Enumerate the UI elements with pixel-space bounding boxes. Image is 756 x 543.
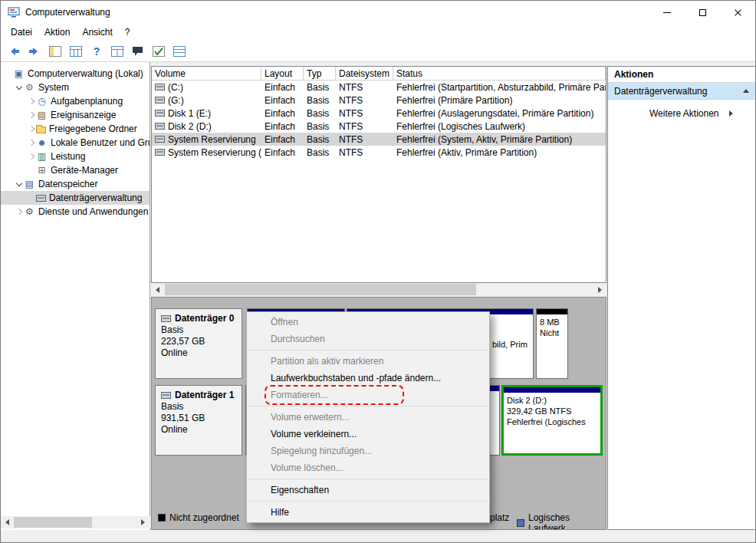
menu-ansicht[interactable]: Ansicht: [76, 25, 118, 40]
list-icon: [70, 46, 82, 57]
column-header-volume[interactable]: Volume: [152, 67, 261, 80]
cell-layout: Einfach: [261, 95, 304, 106]
chevron-down-icon[interactable]: [15, 83, 24, 92]
maximize-button[interactable]: [685, 1, 720, 24]
chevron-right-icon[interactable]: [27, 152, 36, 161]
comment-button[interactable]: [128, 42, 148, 61]
disk1-label-box[interactable]: Datenträger 1 Basis 931,51 GB Online: [155, 385, 242, 456]
legend-swatch-black: [158, 514, 166, 522]
cell-typ: Basis: [304, 121, 336, 132]
minimize-icon: [663, 12, 671, 13]
clock-icon: [36, 96, 48, 107]
scroll-left-arrow[interactable]: [1, 516, 14, 528]
tree-item-computerverwaltung[interactable]: Computerverwaltung (Lokal): [1, 67, 150, 81]
table-row-system-reservierung[interactable]: System Reservierung Einfach Basis NTFS F…: [152, 133, 606, 146]
tree-item-system[interactable]: System: [1, 81, 150, 94]
legend-unallocated: Nicht zugeordnet: [158, 512, 239, 523]
actions-item-weitere-aktionen[interactable]: Weitere Aktionen: [608, 105, 755, 122]
folder-icon: [36, 127, 46, 133]
cell-volume: System Reservierung (F:): [168, 147, 261, 158]
menu-aktion[interactable]: Aktion: [38, 25, 76, 40]
volume-list-horizontal-scrollbar[interactable]: [151, 283, 606, 296]
table-row-disk2-d[interactable]: Disk 2 (D:) Einfach Basis NTFS Fehlerfre…: [152, 120, 606, 133]
back-button[interactable]: [4, 42, 24, 61]
tree-item-label: Datenträgerverwaltung: [49, 193, 142, 203]
disk0-label-box[interactable]: Datenträger 0 Basis 223,57 GB Online: [155, 308, 242, 379]
tree-item-freigegebene-ordner[interactable]: Freigegebene Ordner: [1, 122, 150, 136]
column-header-typ[interactable]: Typ: [304, 67, 336, 80]
view-details-button[interactable]: [169, 42, 189, 61]
tree-item-ereignisanzeige[interactable]: Ereignisanzeige: [1, 108, 150, 122]
unallocated-label: Nicht: [540, 327, 564, 338]
menu-item-properties[interactable]: Eigenschaften: [247, 482, 489, 499]
cell-volume: Disk 1 (E:): [168, 108, 211, 119]
performance-icon: [36, 151, 48, 162]
tree-item-aufgabenplanung[interactable]: Aufgabenplanung: [1, 94, 150, 108]
unallocated-stripe: [537, 309, 567, 314]
check-status-button[interactable]: [149, 42, 169, 61]
column-header-dateisystem[interactable]: Dateisystem: [336, 67, 393, 80]
chevron-right-icon[interactable]: [27, 97, 36, 106]
menu-separator: [248, 350, 488, 350]
table-row-disk1-e[interactable]: Disk 1 (E:) Einfach Basis NTFS Fehlerfre…: [152, 107, 606, 120]
show-console-tree-button[interactable]: [45, 42, 65, 61]
menu-datei[interactable]: Datei: [5, 25, 38, 40]
storage-icon: [24, 179, 35, 189]
chevron-right-icon[interactable]: [27, 138, 36, 147]
scroll-left-arrow[interactable]: [151, 283, 164, 296]
close-button[interactable]: [720, 1, 755, 24]
users-icon: [36, 137, 48, 148]
help-button[interactable]: ?: [87, 42, 107, 61]
disk1-partition-d-selected[interactable]: Disk 2 (D:) 329,42 GB NTFS Fehlerfrei (L…: [501, 385, 603, 456]
cell-volume: Disk 2 (D:): [168, 121, 212, 132]
toolbar: ?: [1, 41, 755, 62]
forward-button[interactable]: [25, 42, 44, 61]
actions-section-datentraegerverwaltung[interactable]: Datenträgerverwaltung: [608, 83, 755, 100]
cell-status: Fehlerfrei (Auslagerungsdatei, Primäre P…: [393, 108, 606, 119]
details-table-icon: [173, 46, 186, 57]
minimize-button[interactable]: [649, 1, 685, 24]
legend-swatch-blue: [517, 519, 524, 527]
table-row-g[interactable]: (G:) Einfach Basis NTFS Fehlerfrei (Prim…: [152, 94, 606, 107]
menu-item-format: Formatieren...: [247, 387, 489, 403]
tree-item-label: Computerverwaltung (Lokal): [28, 68, 143, 79]
column-header-status[interactable]: Status: [393, 67, 606, 80]
tree-item-label: Dienste und Anwendungen: [38, 206, 148, 217]
chevron-right-icon[interactable]: [27, 124, 36, 133]
tree-item-lokale-benutzer[interactable]: Lokale Benutzer und Gru: [1, 136, 150, 150]
menu-help[interactable]: ?: [119, 25, 136, 40]
chevron-right-icon[interactable]: [15, 207, 24, 216]
chevron-right-icon[interactable]: [27, 110, 36, 120]
cell-volume: System Reservierung: [168, 134, 256, 145]
tree-item-datenspeicher[interactable]: Datenspeicher: [1, 177, 150, 191]
tree-item-geraete-manager[interactable]: Geräte-Manager: [1, 163, 150, 177]
scrollbar-thumb[interactable]: [165, 284, 476, 295]
chevron-down-icon[interactable]: [15, 179, 24, 189]
tree-item-leistung[interactable]: Leistung: [1, 150, 150, 163]
table-row-c[interactable]: (C:) Einfach Basis NTFS Fehlerfrei (Star…: [152, 81, 606, 94]
volume-table-header: Volume Layout Typ Dateisystem Status: [152, 67, 606, 81]
view-table-button[interactable]: [107, 42, 127, 61]
menu-item-help[interactable]: Hilfe: [247, 504, 489, 521]
cell-layout: Einfach: [261, 82, 304, 93]
unallocated-size: 8 MB: [540, 317, 564, 327]
tree-horizontal-scrollbar[interactable]: [1, 516, 150, 528]
menu-item-change-drive-letter[interactable]: Laufwerkbuchstaben und -pfade ändern...: [247, 370, 489, 387]
column-header-layout[interactable]: Layout: [261, 67, 304, 80]
table-row-system-reservierung-f[interactable]: System Reservierung (F:) Einfach Basis N…: [152, 146, 606, 159]
tree-item-datentraegerverwaltung[interactable]: Datenträgerverwaltung: [1, 191, 150, 205]
chevron-up-icon[interactable]: [743, 89, 749, 93]
disk-icon: [155, 97, 165, 104]
table-icon: [111, 46, 123, 57]
menu-item-shrink-volume[interactable]: Volume verkleinern...: [247, 426, 489, 443]
chevron-placeholder: [27, 166, 36, 175]
scroll-right-arrow[interactable]: [136, 516, 150, 528]
cell-typ: Basis: [304, 95, 336, 106]
properties-button[interactable]: [66, 42, 86, 61]
partition-text-fragment: bild, Prim: [492, 340, 528, 349]
cell-fs: NTFS: [336, 82, 393, 93]
scroll-right-arrow[interactable]: [593, 283, 606, 296]
tree-item-dienste-und-anwendungen[interactable]: Dienste und Anwendungen: [1, 205, 150, 219]
disk0-unallocated[interactable]: 8 MB Nicht: [536, 308, 568, 379]
scrollbar-thumb[interactable]: [14, 517, 92, 528]
